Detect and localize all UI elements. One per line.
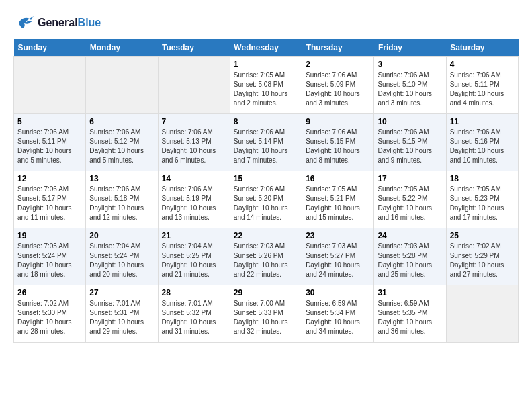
day-number: 10	[378, 117, 442, 126]
page-header: GeneralBlue	[13, 13, 519, 32]
day-info: Sunrise: 7:06 AM Sunset: 5:18 PM Dayligh…	[89, 185, 154, 222]
day-info: Sunrise: 7:06 AM Sunset: 5:11 PM Dayligh…	[450, 71, 515, 108]
calendar-cell: 3Sunrise: 7:06 AM Sunset: 5:10 PM Daylig…	[374, 57, 446, 114]
day-number: 5	[17, 117, 82, 126]
calendar-cell: 19Sunrise: 7:05 AM Sunset: 5:24 PM Dayli…	[14, 228, 86, 285]
day-number: 15	[234, 174, 298, 183]
day-number: 6	[89, 117, 154, 126]
day-number: 3	[378, 60, 442, 69]
calendar-cell: 4Sunrise: 7:06 AM Sunset: 5:11 PM Daylig…	[446, 57, 518, 114]
day-info: Sunrise: 7:00 AM Sunset: 5:33 PM Dayligh…	[234, 299, 298, 336]
day-number: 27	[89, 288, 154, 298]
calendar-week-row: 19Sunrise: 7:05 AM Sunset: 5:24 PM Dayli…	[14, 228, 519, 285]
calendar-week-row: 1Sunrise: 7:05 AM Sunset: 5:08 PM Daylig…	[14, 57, 519, 114]
day-header-sunday: Sunday	[14, 39, 86, 57]
day-number: 29	[234, 288, 298, 298]
calendar-cell	[446, 285, 518, 342]
calendar-cell: 10Sunrise: 7:06 AM Sunset: 5:15 PM Dayli…	[374, 114, 446, 171]
day-number: 25	[450, 231, 515, 240]
day-header-thursday: Thursday	[302, 39, 374, 57]
day-header-monday: Monday	[86, 39, 158, 57]
calendar-cell: 14Sunrise: 7:06 AM Sunset: 5:19 PM Dayli…	[158, 171, 230, 228]
day-number: 28	[162, 288, 226, 298]
day-info: Sunrise: 7:02 AM Sunset: 5:29 PM Dayligh…	[450, 242, 515, 279]
day-number: 20	[89, 231, 154, 240]
day-number: 26	[17, 288, 82, 298]
day-info: Sunrise: 7:06 AM Sunset: 5:20 PM Dayligh…	[234, 185, 298, 222]
calendar-cell	[14, 57, 86, 114]
day-number: 14	[162, 174, 226, 183]
day-number: 23	[306, 231, 370, 240]
calendar-cell: 17Sunrise: 7:05 AM Sunset: 5:22 PM Dayli…	[374, 171, 446, 228]
day-info: Sunrise: 7:06 AM Sunset: 5:09 PM Dayligh…	[306, 71, 370, 108]
calendar-cell	[158, 57, 230, 114]
day-number: 22	[234, 231, 298, 240]
day-info: Sunrise: 7:06 AM Sunset: 5:11 PM Dayligh…	[17, 128, 82, 165]
day-info: Sunrise: 7:06 AM Sunset: 5:12 PM Dayligh…	[89, 128, 154, 165]
day-info: Sunrise: 7:03 AM Sunset: 5:26 PM Dayligh…	[234, 242, 298, 279]
calendar-cell: 25Sunrise: 7:02 AM Sunset: 5:29 PM Dayli…	[446, 228, 518, 285]
day-info: Sunrise: 6:59 AM Sunset: 5:34 PM Dayligh…	[306, 299, 370, 336]
calendar-cell: 9Sunrise: 7:06 AM Sunset: 5:15 PM Daylig…	[302, 114, 374, 171]
day-number: 21	[162, 231, 226, 240]
calendar-cell	[86, 57, 158, 114]
calendar-cell: 18Sunrise: 7:05 AM Sunset: 5:23 PM Dayli…	[446, 171, 518, 228]
calendar-cell: 21Sunrise: 7:04 AM Sunset: 5:25 PM Dayli…	[158, 228, 230, 285]
day-number: 1	[234, 60, 298, 69]
day-info: Sunrise: 7:05 AM Sunset: 5:21 PM Dayligh…	[306, 185, 370, 222]
day-info: Sunrise: 7:06 AM Sunset: 5:19 PM Dayligh…	[162, 185, 226, 222]
calendar-cell: 22Sunrise: 7:03 AM Sunset: 5:26 PM Dayli…	[230, 228, 302, 285]
day-info: Sunrise: 7:05 AM Sunset: 5:24 PM Dayligh…	[17, 242, 82, 279]
calendar-cell: 11Sunrise: 7:06 AM Sunset: 5:16 PM Dayli…	[446, 114, 518, 171]
day-info: Sunrise: 7:04 AM Sunset: 5:25 PM Dayligh…	[162, 242, 226, 279]
day-header-saturday: Saturday	[446, 39, 518, 57]
calendar-cell: 28Sunrise: 7:01 AM Sunset: 5:32 PM Dayli…	[158, 285, 230, 342]
calendar-cell: 12Sunrise: 7:06 AM Sunset: 5:17 PM Dayli…	[14, 171, 86, 228]
calendar-week-row: 26Sunrise: 7:02 AM Sunset: 5:30 PM Dayli…	[14, 285, 519, 342]
day-info: Sunrise: 7:06 AM Sunset: 5:14 PM Dayligh…	[234, 128, 298, 165]
day-number: 31	[378, 288, 442, 298]
calendar-cell: 24Sunrise: 7:03 AM Sunset: 5:28 PM Dayli…	[374, 228, 446, 285]
calendar-header-row: SundayMondayTuesdayWednesdayThursdayFrid…	[14, 39, 519, 57]
day-info: Sunrise: 7:04 AM Sunset: 5:24 PM Dayligh…	[89, 242, 154, 279]
logo-text: GeneralBlue	[38, 17, 101, 29]
calendar-cell: 31Sunrise: 6:59 AM Sunset: 5:35 PM Dayli…	[374, 285, 446, 342]
calendar-cell: 27Sunrise: 7:01 AM Sunset: 5:31 PM Dayli…	[86, 285, 158, 342]
calendar-cell: 7Sunrise: 7:06 AM Sunset: 5:13 PM Daylig…	[158, 114, 230, 171]
calendar-cell: 16Sunrise: 7:05 AM Sunset: 5:21 PM Dayli…	[302, 171, 374, 228]
day-info: Sunrise: 6:59 AM Sunset: 5:35 PM Dayligh…	[378, 299, 442, 336]
day-info: Sunrise: 7:06 AM Sunset: 5:15 PM Dayligh…	[306, 128, 370, 165]
day-info: Sunrise: 7:01 AM Sunset: 5:32 PM Dayligh…	[162, 299, 226, 336]
day-number: 4	[450, 60, 515, 69]
calendar-cell: 20Sunrise: 7:04 AM Sunset: 5:24 PM Dayli…	[86, 228, 158, 285]
day-header-wednesday: Wednesday	[230, 39, 302, 57]
day-number: 11	[450, 117, 515, 126]
calendar-cell: 1Sunrise: 7:05 AM Sunset: 5:08 PM Daylig…	[230, 57, 302, 114]
day-number: 12	[17, 174, 82, 183]
calendar-table: SundayMondayTuesdayWednesdayThursdayFrid…	[13, 39, 519, 342]
calendar-cell: 23Sunrise: 7:03 AM Sunset: 5:27 PM Dayli…	[302, 228, 374, 285]
logo-icon	[13, 13, 35, 32]
day-info: Sunrise: 7:06 AM Sunset: 5:16 PM Dayligh…	[450, 128, 515, 165]
calendar-cell: 15Sunrise: 7:06 AM Sunset: 5:20 PM Dayli…	[230, 171, 302, 228]
day-number: 13	[89, 174, 154, 183]
calendar-cell: 26Sunrise: 7:02 AM Sunset: 5:30 PM Dayli…	[14, 285, 86, 342]
day-info: Sunrise: 7:06 AM Sunset: 5:10 PM Dayligh…	[378, 71, 442, 108]
day-info: Sunrise: 7:05 AM Sunset: 5:08 PM Dayligh…	[234, 71, 298, 108]
calendar-cell: 6Sunrise: 7:06 AM Sunset: 5:12 PM Daylig…	[86, 114, 158, 171]
day-number: 2	[306, 60, 370, 69]
calendar-week-row: 12Sunrise: 7:06 AM Sunset: 5:17 PM Dayli…	[14, 171, 519, 228]
day-info: Sunrise: 7:01 AM Sunset: 5:31 PM Dayligh…	[89, 299, 154, 336]
day-number: 19	[17, 231, 82, 240]
calendar-cell: 30Sunrise: 6:59 AM Sunset: 5:34 PM Dayli…	[302, 285, 374, 342]
day-number: 24	[378, 231, 442, 240]
day-info: Sunrise: 7:06 AM Sunset: 5:13 PM Dayligh…	[162, 128, 226, 165]
day-header-tuesday: Tuesday	[158, 39, 230, 57]
calendar-cell: 5Sunrise: 7:06 AM Sunset: 5:11 PM Daylig…	[14, 114, 86, 171]
calendar-week-row: 5Sunrise: 7:06 AM Sunset: 5:11 PM Daylig…	[14, 114, 519, 171]
day-info: Sunrise: 7:06 AM Sunset: 5:17 PM Dayligh…	[17, 185, 82, 222]
calendar-cell: 13Sunrise: 7:06 AM Sunset: 5:18 PM Dayli…	[86, 171, 158, 228]
day-number: 30	[306, 288, 370, 298]
day-info: Sunrise: 7:05 AM Sunset: 5:23 PM Dayligh…	[450, 185, 515, 222]
calendar-cell: 8Sunrise: 7:06 AM Sunset: 5:14 PM Daylig…	[230, 114, 302, 171]
